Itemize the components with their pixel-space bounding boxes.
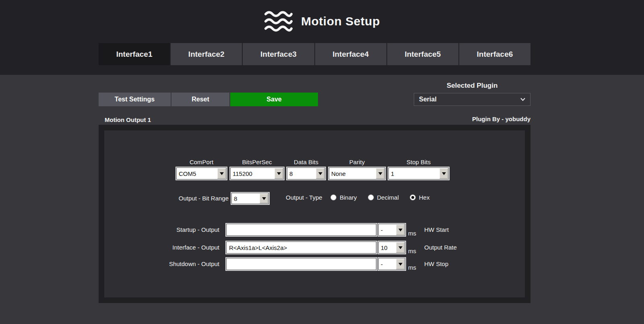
startup-ms-label: ms [408, 230, 416, 237]
comport-select[interactable]: COM5 [176, 167, 227, 180]
hw-stop-label: HW Stop [424, 260, 448, 267]
databits-label: Data Bits [287, 159, 325, 166]
parity-label: Parity [329, 159, 385, 166]
dropdown-arrow-icon[interactable] [260, 194, 268, 203]
shutdown-interval-select[interactable]: - [378, 258, 405, 270]
dropdown-arrow-icon[interactable] [316, 168, 324, 179]
tab-interface6[interactable]: Interface6 [459, 43, 530, 65]
shutdown-output-input[interactable] [226, 258, 376, 270]
dropdown-arrow-icon[interactable] [396, 242, 405, 253]
hw-start-label: HW Start [424, 226, 449, 233]
parity-select[interactable]: None [329, 167, 385, 180]
tab-interface4[interactable]: Interface4 [315, 43, 386, 65]
tab-interface5[interactable]: Interface5 [387, 43, 458, 65]
startup-output-input[interactable] [226, 224, 376, 236]
dropdown-arrow-icon[interactable] [275, 168, 283, 179]
reset-button[interactable]: Reset [171, 93, 229, 106]
header: Motion Setup Interface1 Interface2 Inter… [0, 0, 644, 75]
plugin-credit: Plugin By - yobuddy [414, 116, 530, 122]
test-settings-button[interactable]: Test Settings [99, 93, 171, 106]
startup-interval-select[interactable]: - [378, 224, 405, 236]
bit-range-select[interactable]: 8 [231, 193, 269, 204]
dropdown-arrow-icon[interactable] [376, 168, 384, 179]
bitspersec-select[interactable]: 115200 [230, 167, 284, 180]
tab-interface2[interactable]: Interface2 [171, 43, 242, 65]
startup-output-label: Startup - Output [153, 226, 219, 233]
plugin-select[interactable]: Serial [414, 93, 530, 106]
output-rate-select[interactable]: 10 [378, 241, 405, 254]
output-type-radios: Binary Decimal Hex [330, 194, 429, 201]
databits-select[interactable]: 8 [287, 167, 325, 180]
radio-decimal[interactable]: Decimal [368, 194, 399, 201]
radio-icon[interactable] [368, 194, 374, 200]
interface-tabs: Interface1 Interface2 Interface3 Interfa… [99, 43, 530, 65]
interface-output-input[interactable] [226, 241, 376, 254]
radio-binary[interactable]: Binary [330, 194, 357, 201]
stopbits-select[interactable]: 1 [388, 167, 449, 180]
dropdown-arrow-icon[interactable] [440, 168, 448, 179]
radio-icon[interactable] [330, 194, 336, 200]
dropdown-arrow-icon[interactable] [217, 168, 226, 179]
bitspersec-label: BitsPerSec [230, 159, 284, 166]
motion-output-title: Motion Output 1 [105, 116, 151, 123]
radio-hex[interactable]: Hex [410, 194, 430, 201]
tab-interface3[interactable]: Interface3 [243, 43, 314, 65]
output-type-label: Output - Type [286, 194, 322, 201]
radio-icon[interactable] [410, 194, 416, 200]
shutdown-output-label: Shutdown - Output [153, 260, 219, 267]
interface-output-label: Interface - Output [153, 244, 219, 251]
output-rate-label: Output Rate [424, 244, 457, 251]
selected-plugin-label: Selected Plugin [414, 82, 530, 90]
stopbits-label: Stop Bits [388, 159, 449, 166]
chevron-down-icon [520, 98, 525, 101]
dropdown-arrow-icon[interactable] [396, 259, 405, 269]
save-button[interactable]: Save [230, 93, 318, 106]
dropdown-arrow-icon[interactable] [396, 225, 405, 235]
app-brand: Motion Setup [0, 7, 644, 35]
shutdown-ms-label: ms [408, 264, 416, 271]
tab-interface1[interactable]: Interface1 [99, 43, 170, 65]
motion-output-panel: ComPort BitsPerSec Data Bits Parity Stop… [99, 125, 530, 303]
waves-icon [264, 10, 293, 33]
plugin-select-value: Serial [419, 96, 437, 103]
interface-ms-label: ms [408, 248, 416, 254]
comport-label: ComPort [176, 159, 227, 166]
bit-range-label: Output - Bit Range [176, 195, 229, 202]
page-title: Motion Setup [301, 14, 380, 28]
